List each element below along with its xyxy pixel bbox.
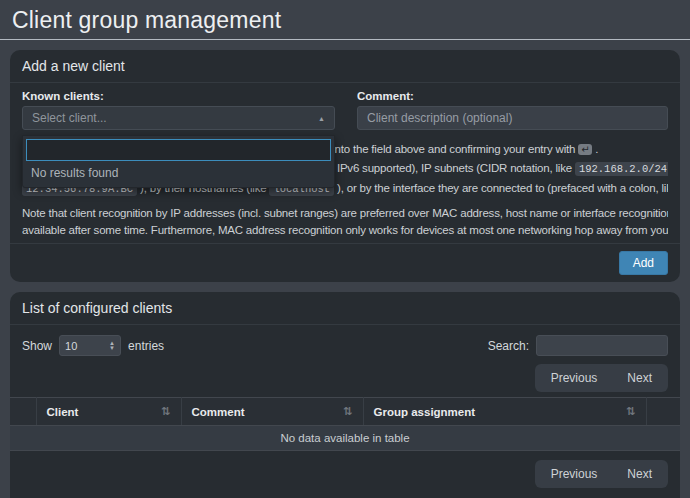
table-search-input[interactable] xyxy=(536,335,668,356)
pagination-top: Previous Next xyxy=(535,364,668,392)
entries-per-page-value: 10 xyxy=(65,340,77,352)
empty-table-message: No data available in table xyxy=(10,426,680,451)
known-clients-label: Known clients: xyxy=(22,90,335,102)
add-client-box: Add a new client Known clients: Select c… xyxy=(10,50,680,282)
header-client[interactable]: Client ⇅ xyxy=(36,398,181,426)
table-header-row: Client ⇅ Comment ⇅ Group assignment xyxy=(10,398,680,426)
header-group-assignment[interactable]: Group assignment ⇅ xyxy=(363,398,646,426)
previous-button[interactable]: Previous xyxy=(536,461,613,487)
previous-button[interactable]: Previous xyxy=(536,365,613,391)
sort-icon: ⇅ xyxy=(161,405,170,418)
header-comment[interactable]: Comment ⇅ xyxy=(181,398,363,426)
header-select-column xyxy=(10,398,36,426)
caret-up-icon: ▲ xyxy=(318,115,325,122)
comment-input[interactable] xyxy=(357,106,668,130)
entries-label: entries xyxy=(128,339,164,353)
sort-icon: ⇅ xyxy=(626,405,635,418)
recognition-note: Note that client recognition by IP addre… xyxy=(22,205,668,239)
return-key-icon: ↵ xyxy=(578,144,592,155)
next-button[interactable]: Next xyxy=(612,365,667,391)
next-button[interactable]: Next xyxy=(612,461,667,487)
content-header: Client group management xyxy=(0,0,690,40)
client-select-dropdown: No results found xyxy=(22,135,335,188)
show-label: Show xyxy=(22,339,52,353)
page-title: Client group management xyxy=(12,7,678,34)
entries-per-page-select[interactable]: 10 ▲ ▼ xyxy=(59,335,121,356)
clients-table: Client ⇅ Comment ⇅ Group assignment xyxy=(10,397,680,451)
add-button[interactable]: Add xyxy=(619,251,668,275)
header-action-column xyxy=(646,398,680,426)
known-clients-select[interactable]: Select client... ▲ xyxy=(22,106,335,130)
sort-icon: ⇅ xyxy=(343,405,352,418)
empty-table-row: No data available in table xyxy=(10,426,680,451)
configured-clients-box-title: List of configured clients xyxy=(10,292,680,325)
code-ip-subnet: 192.168.2.0/24 xyxy=(575,162,668,176)
add-client-box-title: Add a new client xyxy=(10,50,680,83)
configured-clients-box: List of configured clients Show 10 ▲ ▼ e… xyxy=(10,292,680,498)
up-down-icon: ▲ ▼ xyxy=(109,341,115,350)
comment-label: Comment: xyxy=(357,90,668,102)
client-dropdown-search-input[interactable] xyxy=(26,139,331,161)
select-placeholder: Select client... xyxy=(32,111,107,125)
search-label: Search: xyxy=(488,339,529,353)
pagination-bottom: Previous Next xyxy=(535,460,668,488)
no-results-message: No results found xyxy=(23,164,334,187)
